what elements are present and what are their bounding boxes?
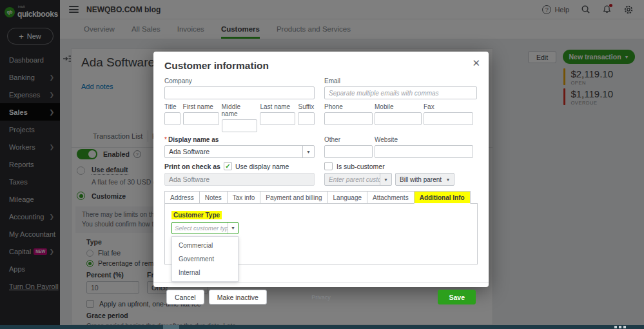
taskbar-segment (163, 325, 179, 329)
modal-tabs: Address Notes Tax info Payment and billi… (164, 191, 478, 204)
display-name-label: Display name as (168, 136, 219, 143)
close-icon[interactable]: ✕ (472, 57, 480, 69)
is-sub-customer-label: Is sub-customer (337, 163, 385, 170)
tab-notes[interactable]: Notes (199, 191, 227, 204)
email-input[interactable] (324, 86, 477, 99)
print-on-check-input: Ada Software (164, 173, 315, 186)
is-sub-customer-checkbox[interactable] (324, 162, 333, 170)
print-on-check-label: Print on check as (164, 163, 220, 170)
customer-type-dropdown: Commercial Government Internal (171, 236, 239, 282)
customer-type-select[interactable]: Select customer type ▼ (171, 222, 239, 234)
customer-type-label: Customer Type (171, 211, 222, 219)
title-input[interactable] (164, 112, 181, 125)
website-input[interactable] (375, 145, 473, 158)
bill-with-parent-select[interactable]: Bill with parent ▼ (395, 173, 454, 186)
phone-input[interactable] (324, 112, 373, 125)
check-icon: ✓ (225, 163, 230, 170)
privacy-label: Privacy (311, 294, 331, 301)
tab-additional-info[interactable]: Additional Info (414, 191, 471, 204)
mobile-label: Mobile (375, 103, 422, 110)
title-label: Title (164, 103, 181, 110)
middle-name-label: Middle name (222, 103, 258, 117)
option-internal[interactable]: Internal (172, 266, 238, 279)
company-label: Company (164, 77, 315, 85)
last-name-input[interactable] (260, 112, 295, 125)
last-name-label: Last name (260, 103, 295, 110)
additional-info-panel: Customer Type Select customer type ▼ Com… (164, 203, 478, 264)
taskbar-glyphs (614, 326, 626, 328)
option-commercial[interactable]: Commercial (172, 239, 238, 252)
website-label: Website (375, 136, 473, 143)
tab-payment-and-billing[interactable]: Payment and billing (260, 191, 327, 204)
modal-title: Customer information (164, 60, 478, 72)
suffix-label: Suffix (298, 103, 315, 110)
app-screen: qb intuit quickbooks + New Dashboard Ban… (0, 0, 644, 329)
tab-tax-info[interactable]: Tax info (227, 191, 260, 204)
fax-input[interactable] (424, 112, 473, 125)
caret-down-icon: ▼ (302, 146, 314, 157)
other-label: Other (324, 136, 373, 143)
save-button[interactable]: Save (438, 290, 476, 304)
tab-language[interactable]: Language (327, 191, 367, 204)
suffix-input[interactable] (298, 112, 315, 125)
customer-information-modal: ✕ Customer information Company Email Tit… (153, 52, 489, 287)
option-government[interactable]: Government (172, 252, 238, 266)
display-name-select[interactable]: Ada Software ▼ (164, 145, 315, 158)
fax-label: Fax (424, 103, 473, 110)
use-display-name-checkbox[interactable]: ✓ (224, 162, 232, 170)
caret-down-icon: ▼ (442, 174, 454, 185)
caret-down-icon: ▼ (228, 223, 238, 234)
parent-customer-select[interactable]: Enter parent customer ▼ (324, 173, 392, 186)
phone-label: Phone (324, 103, 373, 110)
email-label: Email (324, 77, 477, 85)
tab-address[interactable]: Address (164, 191, 199, 204)
required-asterisk: * (164, 136, 167, 143)
other-input[interactable] (324, 145, 373, 158)
tab-attachments[interactable]: Attachments (367, 191, 414, 204)
mobile-input[interactable] (375, 112, 422, 125)
cancel-button[interactable]: Cancel (166, 290, 204, 304)
use-display-name-label: Use display name (235, 163, 289, 170)
taskbar-strip (0, 325, 644, 329)
first-name-label: First name (183, 103, 219, 110)
caret-down-icon: ▼ (380, 174, 391, 185)
make-inactive-button[interactable]: Make inactive (209, 290, 267, 304)
first-name-input[interactable] (183, 112, 219, 125)
company-input[interactable] (164, 86, 315, 99)
middle-name-input[interactable] (222, 119, 258, 132)
